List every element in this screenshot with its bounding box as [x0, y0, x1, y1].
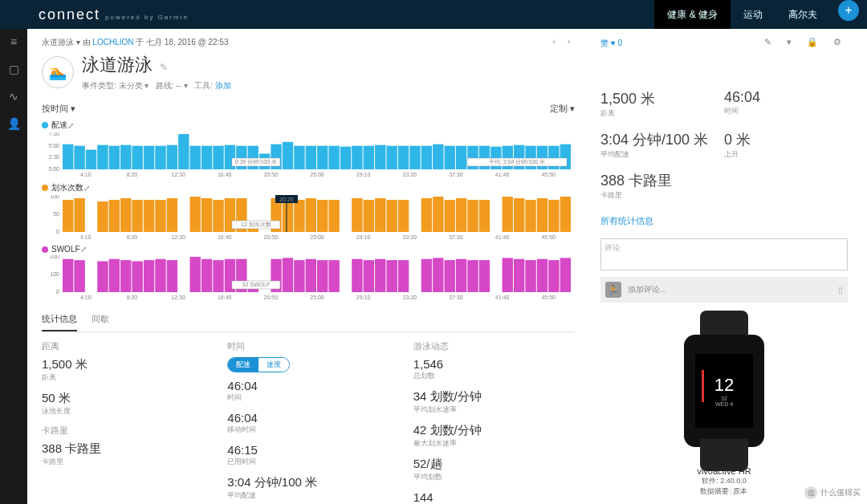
bc-nav-arrows[interactable]: ‹ ›: [553, 37, 575, 46]
pace-speed-toggle[interactable]: 配速速度: [227, 357, 290, 372]
svg-rect-164: [503, 258, 513, 292]
summary-metric: 3:04 分钟/100 米平均配速: [600, 130, 724, 160]
svg-rect-4: [109, 146, 120, 169]
svg-text:5:00: 5:00: [48, 143, 59, 148]
svg-text:0:39 分钟/100 米: 0:39 分钟/100 米: [235, 159, 277, 165]
chart-SWOLF: SWOLF⤢01002004:108:2012:3016:4020:5025:0…: [42, 245, 575, 300]
svg-text:25:00: 25:00: [310, 234, 324, 240]
expand-icon[interactable]: ⤢: [83, 184, 90, 193]
menu-icon[interactable]: ≡: [10, 35, 17, 48]
all-stats-link[interactable]: 所有统计信息: [600, 215, 848, 227]
svg-rect-138: [201, 259, 212, 292]
course-dd[interactable]: 路线: -- ▾: [156, 81, 188, 90]
svg-text:45:50: 45:50: [541, 172, 556, 177]
svg-text:4:10: 4:10: [80, 295, 92, 300]
svg-rect-130: [109, 259, 120, 292]
svg-text:33:20: 33:20: [403, 234, 417, 240]
svg-rect-64: [74, 198, 84, 232]
svg-text:16:40: 16:40: [218, 234, 232, 240]
svg-rect-89: [364, 200, 374, 232]
svg-text:100: 100: [50, 271, 59, 277]
svg-text:12:30: 12:30: [171, 234, 185, 240]
svg-rect-28: [386, 146, 397, 169]
svg-rect-168: [548, 260, 559, 292]
chart-配速: 配速⤢0:002:305:007:304:108:2012:3016:4020:…: [42, 120, 575, 177]
svg-rect-32: [433, 144, 443, 169]
summary-metric: 0 米上升: [724, 130, 848, 160]
svg-text:25:00: 25:00: [310, 172, 324, 177]
svg-rect-8: [155, 146, 165, 169]
runner-icon: 🏃: [605, 282, 621, 298]
svg-text:8:20: 8:20: [127, 295, 138, 300]
svg-rect-31: [421, 146, 432, 169]
svg-rect-9: [167, 145, 177, 169]
svg-text:41:40: 41:40: [495, 234, 510, 240]
nav-sport[interactable]: 运动: [731, 0, 775, 29]
chart-xaxis-dd[interactable]: 按时间 ▾: [42, 103, 75, 115]
svg-rect-76: [213, 200, 223, 232]
nav-golf[interactable]: 高尔夫: [775, 0, 830, 29]
svg-text:200: 200: [50, 255, 59, 259]
svg-text:8:20: 8:20: [127, 172, 138, 177]
svg-text:20:50: 20:50: [264, 234, 279, 240]
stat-item: 144平均 SWOLF ⓘ: [413, 490, 575, 504]
expand-icon[interactable]: ⤢: [80, 245, 87, 254]
tab-stats[interactable]: 统计信息: [42, 308, 77, 331]
expand-icon[interactable]: ⤢: [67, 121, 74, 130]
watermark: 值什么值得买: [804, 486, 861, 499]
right-panel: 赞 ♥ 0 ✎ ▾ 🔒 ⚙ 1,500 米距离46:04时间3:04 分钟/10…: [589, 29, 859, 504]
svg-rect-95: [433, 197, 443, 232]
inbox-icon[interactable]: ▢: [9, 63, 19, 75]
svg-rect-158: [433, 258, 443, 292]
top-bar: connectpowered by Garmin 健康 & 健身 运动 高尔夫 …: [0, 0, 867, 29]
svg-rect-127: [74, 260, 84, 292]
svg-rect-103: [525, 200, 535, 232]
svg-rect-66: [97, 201, 108, 232]
stat-item: 46:15已用时间: [227, 443, 389, 467]
svg-rect-10: [178, 134, 189, 169]
profile-icon[interactable]: 👤: [7, 117, 21, 130]
bc-category[interactable]: 永道游泳 ▾: [42, 38, 80, 47]
svg-rect-5: [120, 145, 131, 169]
comment-box[interactable]: 评论: [600, 238, 848, 270]
add-button[interactable]: +: [838, 0, 859, 21]
svg-text:45:50: 45:50: [541, 295, 556, 300]
svg-rect-91: [386, 200, 397, 232]
svg-rect-139: [213, 260, 223, 292]
stat-item: 46:04时间: [227, 379, 389, 403]
svg-rect-71: [155, 200, 165, 232]
svg-rect-88: [352, 198, 362, 232]
edit-icon[interactable]: ✎: [160, 62, 168, 73]
stat-item: 52/趟平均划数: [413, 457, 575, 482]
svg-rect-13: [213, 146, 223, 169]
tool-add-link[interactable]: 添加: [215, 81, 231, 90]
svg-text:33:20: 33:20: [403, 172, 417, 177]
svg-text:33:20: 33:20: [403, 295, 417, 300]
event-type-dd[interactable]: 未分类 ▾: [119, 81, 149, 90]
add-comment-row[interactable]: 🏃 添加评论... ▯: [600, 277, 848, 303]
bc-user-link[interactable]: LOCHLION: [92, 38, 133, 47]
page-title: 泳道游泳: [82, 55, 153, 75]
tab-intervals[interactable]: 间歇: [92, 308, 109, 331]
col-swim-h: 游泳动态: [413, 340, 575, 352]
chart-custom-dd[interactable]: 定制 ▾: [550, 103, 575, 115]
svg-rect-131: [120, 260, 131, 292]
svg-rect-152: [364, 260, 374, 292]
svg-text:12 划水次数: 12 划水次数: [241, 222, 271, 228]
activity-icon[interactable]: ∿: [9, 90, 18, 103]
svg-text:0: 0: [56, 229, 59, 234]
svg-rect-19: [283, 142, 293, 169]
svg-text:29:10: 29:10: [356, 172, 371, 177]
likes[interactable]: 赞 ♥ 0: [600, 39, 622, 47]
svg-text:100: 100: [50, 195, 59, 199]
svg-rect-137: [190, 257, 201, 292]
col-cal-h: 卡路里: [42, 425, 203, 437]
svg-text:25:00: 25:00: [310, 295, 324, 300]
svg-rect-12: [201, 146, 212, 169]
svg-text:37:30: 37:30: [449, 234, 463, 240]
svg-rect-1: [74, 146, 84, 169]
svg-rect-153: [375, 259, 385, 292]
nav-health[interactable]: 健康 & 健身: [654, 0, 731, 29]
svg-rect-129: [97, 262, 108, 293]
action-icons[interactable]: ✎ ▾ 🔒 ⚙: [764, 37, 848, 47]
